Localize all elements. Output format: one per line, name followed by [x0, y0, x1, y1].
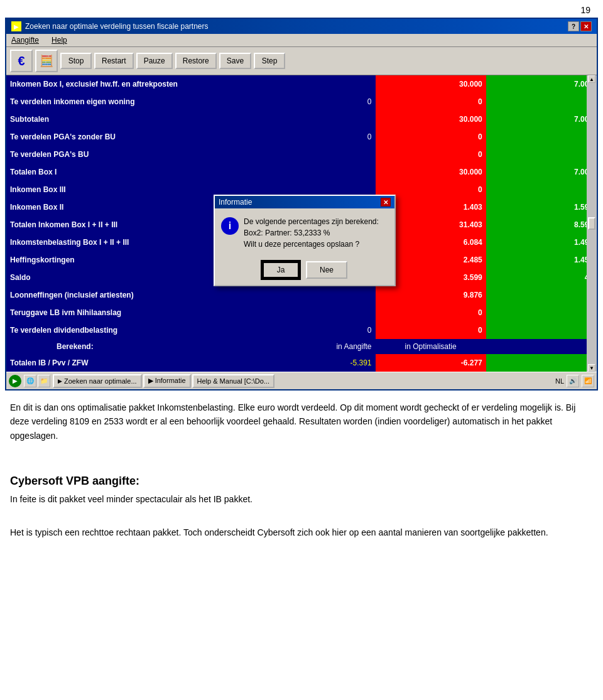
window-title: Zoeken naar optimale verdeling tussen fi…: [25, 22, 209, 31]
help-button[interactable]: ?: [568, 21, 579, 31]
taskbar-network-icon[interactable]: 📶: [582, 375, 594, 387]
row-extra: [302, 286, 376, 304]
dialog-text-line3: Wilt u deze percentages opslaan ?: [244, 239, 379, 250]
step-button[interactable]: Step: [254, 53, 285, 69]
dialog-overlay: Informatie ✕ i De volgende percentages z…: [214, 195, 396, 286]
title-bar-buttons: ? ✕: [568, 21, 592, 31]
dialog-body: i De volgende percentages zijn berekend:…: [215, 208, 394, 257]
dialog-text: De volgende percentages zijn berekend: B…: [244, 216, 379, 250]
euro-icon-button[interactable]: €: [10, 50, 33, 72]
menu-aangifte[interactable]: Aangifte: [9, 35, 41, 45]
dialog-close-button[interactable]: ✕: [381, 198, 391, 207]
taskbar-speaker-icon[interactable]: 🔊: [567, 375, 579, 387]
row-val2: 8.597: [486, 216, 597, 234]
scroll-thumb[interactable]: [588, 217, 595, 230]
scrollbar[interactable]: ▲ ▼: [587, 75, 597, 372]
row-val1: 0: [376, 304, 486, 321]
save-button[interactable]: Save: [219, 53, 251, 69]
table-row: Teruggave LB ivm Nihilaanslag 0 0: [6, 304, 597, 321]
table-row: Te verdelen inkomen eigen woning 0 0 0: [6, 93, 597, 110]
restart-button[interactable]: Restart: [94, 53, 134, 69]
row-extra: [302, 163, 376, 181]
taskbar-quick-launch: 🌐 📁: [24, 375, 50, 387]
paragraph2: Het is typisch een rechttoe rechtaan pak…: [10, 525, 593, 539]
table-row: Loonneffingen (inclusief artiesten) 9.87…: [6, 286, 597, 304]
row-val1: 30.000: [376, 163, 486, 181]
title-bar-left: ▶ Zoeken naar optimale verdeling tussen …: [11, 21, 209, 31]
dialog-text-line1: De volgende percentages zijn berekend:: [244, 216, 379, 227]
restore-button[interactable]: Restore: [175, 53, 217, 69]
taskbar-item-label: ▶ Informatie: [148, 377, 186, 385]
row-label: Te verdelen PGA's BU: [6, 146, 302, 163]
section-title: Cybersoft VPB aangifte:: [10, 472, 593, 490]
row-val2: 0: [486, 304, 597, 321]
row-val2: 7.000: [486, 110, 597, 128]
dialog-text-line2: Box2: Partner: 53,2333 %: [244, 227, 379, 239]
section-subtitle: In feite is dit pakket veel minder spect…: [10, 492, 593, 506]
taskbar-item-informatie[interactable]: ▶ Informatie: [143, 374, 191, 388]
informatie-dialog: Informatie ✕ i De volgende percentages z…: [214, 195, 396, 286]
text-content: En dit is dan ons optimalisatie pakket I…: [0, 390, 603, 540]
taskbar-item-label: Help & Manual [C:\Do...: [197, 377, 270, 385]
scroll-down-arrow[interactable]: ▼: [588, 364, 595, 372]
row-val1: 0: [376, 321, 486, 339]
row-val1: 0: [376, 93, 486, 110]
table-row: Te verdelen PGA's BU 0 0: [6, 146, 597, 163]
taskbar-item-help[interactable]: Help & Manual [C:\Do...: [192, 374, 275, 388]
dialog-no-button[interactable]: Nee: [306, 261, 347, 279]
taskbar-icon-1[interactable]: 🌐: [24, 375, 36, 387]
table-row: Inkomen Box I, exclusief hw.ff. en aftre…: [6, 75, 597, 93]
row-val2: 41: [486, 269, 597, 286]
dialog-yes-button[interactable]: Ja: [262, 261, 300, 279]
row-extra: 0: [302, 93, 376, 110]
footer-spacer: [486, 339, 597, 354]
stop-button[interactable]: Stop: [60, 53, 92, 69]
pauze-button[interactable]: Pauze: [136, 53, 173, 69]
row-val2: 0: [486, 128, 597, 146]
row-val2: 0: [486, 321, 597, 339]
menu-bar: Aangifte Help: [6, 34, 597, 47]
row-val2: 1.456: [486, 251, 597, 269]
locale-indicator: NL: [555, 377, 564, 385]
totals-label: Totalen IB / Pvv / ZFW: [6, 354, 302, 372]
row-val2: 0: [486, 146, 597, 163]
taskbar-icon-2[interactable]: 📁: [38, 375, 50, 387]
row-val2: 7.000: [486, 75, 597, 93]
paragraph1: En dit is dan ons optimalisatie pakket I…: [10, 401, 593, 443]
row-val2: 7.000: [486, 163, 597, 181]
row-label: Subtotalen: [6, 110, 302, 128]
table-row: Te verdelen dividendbelasting 0 0 0: [6, 321, 597, 339]
row-val1: 9.876: [376, 286, 486, 304]
optimalisatie-header: in Optimalisatie: [376, 339, 486, 354]
dialog-title-text: Informatie: [219, 198, 252, 207]
row-label: Inkomen Box I, exclusief hw.ff. en aftre…: [6, 75, 302, 93]
menu-help[interactable]: Help: [49, 35, 70, 45]
start-button[interactable]: ▶: [9, 375, 21, 387]
row-label: Te verdelen PGA's zonder BU: [6, 128, 302, 146]
row-val2: 0: [486, 93, 597, 110]
close-button[interactable]: ✕: [580, 21, 592, 31]
row-val2: 1.597: [486, 198, 597, 216]
row-label: Teruggave LB ivm Nihilaanslag: [6, 304, 302, 321]
row-extra: 0: [302, 128, 376, 146]
scroll-up-arrow[interactable]: ▲: [588, 75, 595, 83]
row-extra: [302, 75, 376, 93]
calculator-icon-button[interactable]: 🧮: [35, 50, 58, 72]
data-area: Inkomen Box I, exclusief hw.ff. en aftre…: [6, 75, 597, 372]
row-val1: 0: [376, 128, 486, 146]
app-icon: ▶: [11, 21, 21, 31]
table-row: Totalen Box I 30.000 7.000: [6, 163, 597, 181]
totals-aangifte: -5.391: [302, 354, 376, 372]
row-label: Loonneffingen (inclusief artiesten): [6, 286, 302, 304]
totals-val2: 0: [486, 354, 597, 372]
row-val2: 1.497: [486, 234, 597, 251]
taskbar-item-zoeken[interactable]: ▶ Zoeken naar optimale...: [53, 374, 142, 388]
aangifte-header: in Aangifte: [302, 339, 376, 354]
app-window: ▶ Zoeken naar optimale verdeling tussen …: [5, 18, 598, 390]
row-extra: [302, 304, 376, 321]
row-extra: [302, 110, 376, 128]
row-label: Te verdelen dividendbelasting: [6, 321, 302, 339]
title-bar: ▶ Zoeken naar optimale verdeling tussen …: [6, 19, 597, 34]
totals-row: Totalen IB / Pvv / ZFW -5.391 -6.277 0: [6, 354, 597, 372]
taskbar-item-label: Zoeken naar optimale...: [64, 377, 137, 385]
